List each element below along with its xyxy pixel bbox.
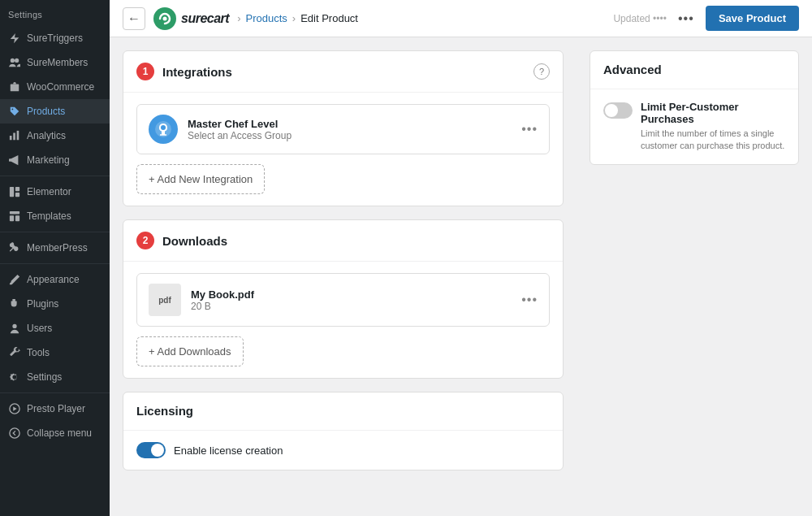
sidebar-label: Settings: [27, 371, 62, 383]
sidebar-label: Products: [27, 106, 65, 117]
limit-info: Limit Per-Customer Purchases Limit the n…: [641, 101, 785, 153]
gear-icon: [8, 371, 21, 384]
master-chef-icon: [154, 120, 172, 138]
topbar-meta-text: Updated ••••: [613, 13, 667, 24]
svg-point-14: [163, 16, 167, 20]
licensing-toggle[interactable]: [136, 442, 166, 458]
breadcrumb-sep2: ›: [292, 12, 296, 24]
svg-rect-2: [13, 133, 15, 141]
download-info: My Book.pdf 20 B: [191, 288, 512, 312]
tool-icon: [8, 241, 21, 254]
sidebar-label: Analytics: [27, 130, 66, 141]
limit-toggle[interactable]: [603, 102, 633, 119]
download-name: My Book.pdf: [191, 288, 512, 301]
licensing-body: Enable license creation: [123, 431, 563, 470]
integrations-title: Integrations: [162, 65, 525, 79]
integrations-number: 1: [136, 63, 154, 80]
sidebar-label: Collapse menu: [27, 427, 92, 439]
sidebar-item-presto-player[interactable]: Presto Player: [0, 397, 110, 421]
svg-rect-1: [10, 136, 12, 140]
breadcrumb: › Products › Edit Product: [237, 12, 358, 24]
sidebar-item-elementor[interactable]: Elementor: [0, 180, 110, 204]
main-panel: 1 Integrations ?: [110, 37, 577, 516]
sidebar-item-templates[interactable]: Templates: [0, 204, 110, 228]
sidebar-label: SureMembers: [27, 57, 88, 68]
sidebar-label: Tools: [27, 347, 50, 358]
sidebar-item-products[interactable]: Products: [0, 99, 110, 124]
layout-icon: [8, 210, 21, 223]
integration-item: Master Chef Level Select an Access Group…: [136, 104, 550, 154]
divider: [0, 176, 110, 176]
download-dots-button[interactable]: •••: [521, 293, 538, 307]
pdf-badge: pdf: [149, 284, 181, 316]
integration-dots-button[interactable]: •••: [521, 122, 538, 137]
sidebar-label: Elementor: [27, 186, 71, 197]
downloads-number: 2: [136, 232, 154, 249]
sidebar-item-analytics[interactable]: Analytics: [0, 124, 110, 148]
sidebar-item-tools[interactable]: Tools: [0, 340, 110, 365]
svg-rect-9: [15, 215, 19, 221]
sidebar-label: Appearance: [27, 274, 80, 285]
sidebar-item-woocommerce[interactable]: WooCommerce: [0, 75, 110, 99]
plug-icon: [8, 297, 21, 310]
sidebar-item-marketing[interactable]: Marketing: [0, 148, 110, 172]
surecart-logo-icon: [153, 7, 176, 30]
add-downloads-button[interactable]: + Add Downloads: [136, 336, 244, 366]
breadcrumb-sep: ›: [237, 12, 240, 24]
topbar-more-button[interactable]: •••: [675, 7, 698, 30]
sidebar-item-settings[interactable]: Settings: [0, 365, 110, 389]
sidebar-label: Users: [27, 323, 52, 334]
zap-icon: [8, 32, 21, 45]
integrations-help-icon[interactable]: ?: [533, 63, 550, 80]
downloads-section: 2 Downloads pdf My Book.pdf 20 B ••• + A…: [123, 219, 564, 379]
breadcrumb-current: Edit Product: [300, 12, 358, 24]
breadcrumb-products-link[interactable]: Products: [246, 12, 287, 24]
sidebar-item-users[interactable]: Users: [0, 316, 110, 340]
back-button[interactable]: ←: [123, 7, 145, 30]
divider: [0, 232, 110, 232]
sidebar: Settings SureTriggers SureMembers WooCom…: [0, 0, 110, 516]
save-product-button[interactable]: Save Product: [706, 6, 799, 31]
licensing-toggle-row: Enable license creation: [136, 442, 550, 458]
person-icon: [8, 322, 21, 335]
megaphone-icon: [8, 154, 21, 167]
licensing-title: Licensing: [136, 404, 193, 418]
integrations-header: 1 Integrations ?: [123, 51, 563, 93]
grid-icon: [8, 185, 21, 198]
sidebar-label: SureTriggers: [27, 33, 83, 44]
sidebar-item-appearance[interactable]: Appearance: [0, 267, 110, 292]
limit-toggle-knob: [605, 104, 618, 117]
svg-rect-8: [10, 215, 14, 221]
sidebar-item-collapse[interactable]: Collapse menu: [0, 421, 110, 445]
right-panel: Advanced Limit Per-Customer Purchases Li…: [577, 37, 812, 516]
wrench-icon: [8, 346, 21, 359]
svg-rect-4: [10, 187, 14, 197]
integration-name: Master Chef Level: [188, 118, 512, 130]
sidebar-item-memberpress[interactable]: MemberPress: [0, 236, 110, 260]
sidebar-label: MemberPress: [27, 242, 88, 254]
add-integration-button[interactable]: + Add New Integration: [136, 164, 265, 194]
downloads-header: 2 Downloads: [123, 220, 563, 262]
download-size: 20 B: [191, 301, 512, 312]
advanced-title: Advanced: [603, 63, 662, 76]
sidebar-item-sure-triggers[interactable]: SureTriggers: [0, 26, 110, 50]
downloads-title: Downloads: [162, 234, 550, 248]
svg-rect-7: [10, 211, 19, 215]
sidebar-label: Templates: [27, 210, 71, 222]
sidebar-item-plugins[interactable]: Plugins: [0, 292, 110, 316]
topbar-logo-text: surecart: [181, 11, 229, 26]
main-content: ← surecart › Products › Edit Product Upd…: [110, 0, 812, 516]
svg-point-12: [10, 428, 19, 438]
brush-icon: [8, 273, 21, 286]
divider: [0, 392, 110, 393]
surecart-logo: surecart: [153, 7, 229, 30]
svg-point-16: [161, 125, 166, 130]
sidebar-item-sure-members[interactable]: SureMembers: [0, 50, 110, 75]
svg-rect-3: [17, 131, 19, 140]
licensing-toggle-label: Enable license creation: [174, 444, 283, 457]
limit-desc: Limit the number of times a single custo…: [641, 128, 785, 153]
divider: [0, 263, 110, 264]
svg-rect-5: [15, 187, 19, 191]
users-icon: [8, 56, 21, 69]
content-area: 1 Integrations ?: [110, 37, 812, 516]
